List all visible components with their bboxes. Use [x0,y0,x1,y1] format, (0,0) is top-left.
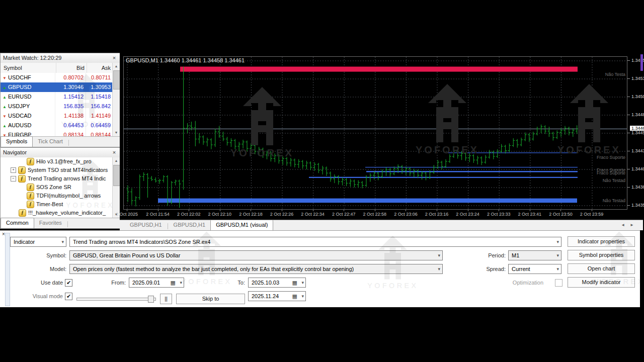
time-axis-label: 2 Oct 23:06 [388,212,423,217]
optimization-checkbox[interactable] [555,279,562,287]
close-icon[interactable]: × [111,149,118,156]
tab-favorites[interactable]: Favorites [34,218,67,228]
market-watch-row[interactable]: ▲AUDUSD0.644530.64459 [1,121,113,130]
visual-speed-slider[interactable] [76,296,155,302]
expert-type-select[interactable]: Indicator ▾ [10,237,66,247]
price-tick [627,151,630,151]
market-watch-row[interactable]: ▲EURUSD1.154121.15418 [1,92,113,102]
chevron-down-icon: ▾ [61,237,64,246]
chart-canvas[interactable] [124,57,627,209]
tab-common[interactable]: Common [1,218,34,228]
price-tick [627,187,630,188]
price-axis-label: 1.34455 [631,130,644,135]
tab-symbols[interactable]: Symbols [1,136,33,147]
tab-scroll-arrows[interactable]: ◄► [621,223,639,227]
bid-value: 1.41138 [55,111,86,121]
spread-value: Current [512,266,530,272]
market-watch-rows: ▼USDCHF0.807020.80711▲GBPUSD1.309461.309… [1,73,113,136]
calendar-icon[interactable]: ▦ [292,293,297,300]
slider-thumb[interactable] [148,296,154,303]
chevron-down-icon: ▾ [556,237,559,246]
symbol-properties-button[interactable]: Symbol properties [568,250,635,260]
market-watch-row[interactable]: ▼USDCAD1.411381.41149 [1,111,113,121]
tab-tick-chart[interactable]: Tick Chart [33,137,68,147]
indicator-path-select[interactable]: Trend Trading arrows MT4 Indicators\SOS … [69,237,561,247]
scroll-up-icon[interactable]: ▲ [113,157,120,164]
open-chart-button[interactable]: Open chart [568,263,635,274]
up-arrow-icon: ▲ [3,83,8,93]
plus-icon[interactable]: + [11,167,16,173]
column-bid[interactable]: Bid [56,63,87,73]
column-symbol[interactable]: Symbol [1,63,56,73]
chevron-down-icon[interactable]: ▾ [301,292,304,301]
navigator-item[interactable]: −ƒTrend Trading arrows MT4 Indic [1,174,113,183]
to-date-field[interactable]: 2025.10.03 ▦ ▾ [248,278,306,288]
slider-track[interactable] [76,298,156,301]
navigator-item[interactable]: ƒTDFI(multisymbol_ arrows [1,192,113,200]
period-select[interactable]: M1 ▾ [508,250,561,260]
up-arrow-icon: ▲ [3,93,8,102]
navigator-item[interactable]: ƒTimer-Best [1,200,113,209]
symbol-name: ▲USDJPY [1,102,55,111]
model-label: Model: [20,264,66,274]
close-icon[interactable]: × [111,54,118,61]
chevron-down-icon: ▾ [438,251,440,260]
from-date-field[interactable]: 2025.09.01 ▦ ▾ [129,278,184,288]
time-axis-label: 2 Oct 22:34 [295,212,331,217]
modify-indicator-button[interactable]: Modify indicator [568,277,635,288]
chart-plot-area[interactable]: GBPUSD,M1 1.34460 1.34461 1.34458 1.3446… [123,56,627,210]
use-date-checkbox[interactable]: ✔ [65,279,72,287]
visual-mode-checkbox[interactable]: ✔ [65,293,72,300]
navigator-item[interactable]: +ƒSystem TSO strat MT4Indicators [1,166,113,174]
scroll-right-icon[interactable]: ► [630,223,639,227]
navigator-scrollbar[interactable]: ▲ ▼ [112,157,120,218]
time-tick [468,210,468,211]
column-ask[interactable]: Ask [87,63,113,73]
symbol-select[interactable]: GBPUSD, Great Britain Pound vs US Dollar… [69,250,443,260]
tab-gbpusd-h1-2[interactable]: GBPUSD,H1 [169,220,211,230]
indicator-properties-button[interactable]: Indicator properties [568,236,635,247]
chevron-down-icon: ▾ [556,251,559,260]
chart-scrollbar-thumb[interactable] [640,54,643,71]
pause-button[interactable]: || [160,294,172,304]
chevron-down-icon[interactable]: ▾ [180,278,182,287]
bid-value: 0.80702 [55,73,86,82]
scrollbar-thumb[interactable] [113,165,120,186]
navigator-item[interactable]: ƒSOS Zone SR [1,183,113,192]
market-watch-row[interactable]: ▼EURGBP0.881340.88144 [1,130,113,136]
time-axis[interactable]: 2 Oct 20252 Oct 21:542 Oct 22:022 Oct 22… [123,210,626,219]
time-tick [560,210,561,211]
navigator-item[interactable]: ƒHilo v3.1@free_fx_pro [1,157,113,166]
minus-icon[interactable]: − [11,176,16,182]
scrollbar-thumb[interactable] [113,70,120,89]
down-arrow-icon: ▼ [3,73,8,83]
model-select[interactable]: Open prices only (fastest method to anal… [69,264,443,274]
calendar-icon[interactable]: ▦ [292,279,297,286]
spread-select[interactable]: Current ▾ [508,264,561,274]
down-arrow-icon: ▼ [3,131,8,136]
scroll-left-icon[interactable]: ◄ [621,223,630,227]
price-axis[interactable]: 1.345551.345301.345051.344801.344611.344… [627,56,644,209]
market-watch-row[interactable]: ▲USDJPY156.835156.842 [1,102,113,111]
indicator-icon: ƒ [27,184,34,191]
watermark-text: YOFOREX [367,281,418,290]
navigator-item[interactable]: ƒ!!!_hawkeye_volume_indicator_ [1,209,113,217]
scroll-down-icon[interactable]: ▼ [113,129,120,136]
zone-annotation: Não Testa [605,72,625,77]
tab-gbpusd-m1-visual[interactable]: GBPUSD,M1 (visual) [210,220,273,230]
zone-annotation: Fraco Suporte [597,170,625,175]
chevron-down-icon[interactable]: ▾ [301,278,304,287]
time-tick [499,210,499,211]
calendar-icon[interactable]: ▦ [171,279,176,286]
time-tick [220,210,220,211]
zone-annotation: Não Testad [603,198,625,203]
market-watch-scrollbar[interactable]: ▲ ▼ [112,63,120,136]
market-watch-row[interactable]: ▲GBPUSD1.309461.30953 [1,82,113,92]
scroll-up-icon[interactable]: ▲ [113,63,120,70]
market-watch-panel: Market Watch: 12:20:29 × Symbol Bid Ask … [0,53,120,147]
time-axis-label: 2 Oct 21:54 [140,212,176,217]
tab-gbpusd-h1-1[interactable]: GBPUSD,H1 [125,220,167,230]
skip-date-field[interactable]: 2025.11.24 ▦ ▾ [248,291,306,301]
market-watch-row[interactable]: ▼USDCHF0.807020.80711 [1,73,113,82]
skip-to-button[interactable]: Skip to [176,294,245,304]
